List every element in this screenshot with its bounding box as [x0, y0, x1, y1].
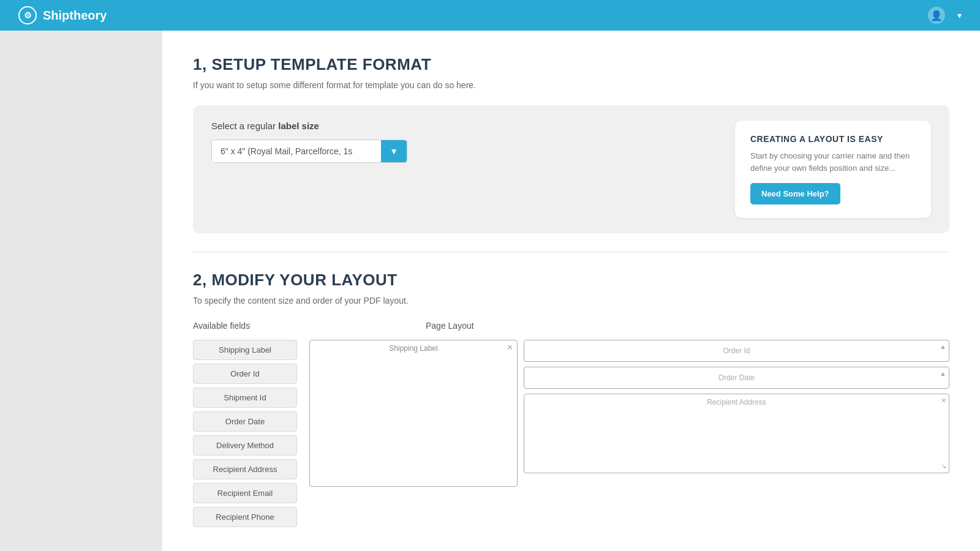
header: ⚙ Shiptheory 👤 ▾	[0, 0, 980, 31]
field-item-shipment-id[interactable]: Shipment Id	[193, 388, 297, 408]
label-size-input[interactable]	[212, 140, 381, 162]
label-format-card: Select a regular label size ▼ CREATING A…	[193, 105, 949, 233]
page-layout-area: Shipping Label ✕ Order Id ▲ Order Date ▲	[309, 340, 949, 487]
brand-name: Shiptheory	[43, 9, 107, 23]
dropdown-arrow-icon: ▼	[390, 146, 398, 156]
field-item-order-date[interactable]: Order Date	[193, 411, 297, 432]
section-divider	[193, 252, 949, 252]
help-card: CREATING A LAYOUT IS EASY Start by choos…	[735, 121, 931, 218]
recipient-address-close-icon[interactable]: ✕	[941, 397, 946, 405]
label-size-section: Select a regular label size ▼	[211, 121, 698, 163]
order-id-field-label: Order Id	[723, 347, 750, 355]
shipping-label-close-icon[interactable]: ✕	[507, 343, 513, 352]
chevron-down-icon[interactable]: ▾	[957, 10, 962, 20]
main-content: 1, SETUP TEMPLATE FORMAT If you want to …	[162, 31, 980, 551]
field-item-shipping-label[interactable]: Shipping Label	[193, 340, 297, 360]
label-size-bold: label size	[278, 121, 319, 131]
label-size-dropdown-btn[interactable]: ▼	[381, 140, 407, 162]
section1-desc: If you want to setup some different form…	[193, 80, 949, 90]
section2-desc: To specify the content size and order of…	[193, 296, 949, 305]
order-id-close-icon[interactable]: ▲	[940, 343, 946, 350]
page-layout: 1, SETUP TEMPLATE FORMAT If you want to …	[0, 31, 980, 551]
right-column-boxes: Order Id ▲ Order Date ▲ Recipient Addres…	[524, 340, 949, 473]
label-size-select[interactable]: ▼	[211, 140, 407, 163]
brand-icon: ⚙	[18, 6, 37, 24]
help-card-title: CREATING A LAYOUT IS EASY	[750, 134, 916, 144]
shipping-label-box: Shipping Label ✕	[309, 340, 518, 487]
help-button[interactable]: Need Some Help?	[750, 183, 840, 204]
section1-title: 1, SETUP TEMPLATE FORMAT	[193, 55, 949, 74]
field-item-order-id[interactable]: Order Id	[193, 364, 297, 384]
field-item-recipient-address[interactable]: Recipient Address	[193, 459, 297, 479]
help-card-text: Start by choosing your carrier name and …	[750, 150, 916, 174]
order-date-close-icon[interactable]: ▲	[940, 370, 946, 377]
header-right: 👤 ▾	[928, 7, 962, 24]
layout-area: Shipping Label Order Id Shipment Id Orde…	[193, 340, 949, 527]
field-item-delivery-method[interactable]: Delivery Method	[193, 435, 297, 455]
order-date-field-label: Order Date	[718, 373, 755, 382]
field-item-recipient-phone[interactable]: Recipient Phone	[193, 507, 297, 527]
recipient-address-field-box: Recipient Address ✕	[524, 394, 949, 473]
label-size-title: Select a regular label size	[211, 121, 698, 131]
columns-header: Available fields Page Layout	[193, 321, 949, 331]
section2: 2, MODIFY YOUR LAYOUT To specify the con…	[193, 271, 949, 527]
order-id-field-box: Order Id ▲	[524, 340, 949, 362]
sidebar	[0, 31, 162, 551]
col-page-label: Page Layout	[426, 321, 949, 331]
col-available-label: Available fields	[193, 321, 297, 331]
user-icon[interactable]: 👤	[928, 7, 945, 24]
section2-title: 2, MODIFY YOUR LAYOUT	[193, 271, 949, 290]
brand: ⚙ Shiptheory	[18, 6, 107, 24]
shipping-label-box-title: Shipping Label	[389, 344, 437, 353]
recipient-address-field-label: Recipient Address	[707, 398, 766, 407]
recipient-address-resize-icon[interactable]	[941, 462, 946, 470]
available-fields-list: Shipping Label Order Id Shipment Id Orde…	[193, 340, 297, 527]
field-item-recipient-email[interactable]: Recipient Email	[193, 483, 297, 503]
order-date-field-box: Order Date ▲	[524, 367, 949, 389]
